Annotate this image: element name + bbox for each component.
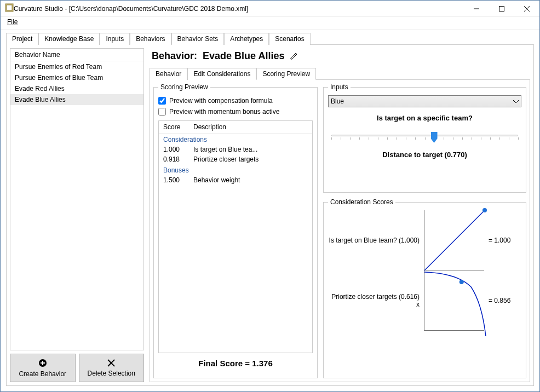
consideration-scores-group: Consideration Scores Is target on Blue t… [323,198,526,378]
close-button[interactable] [514,1,539,17]
delete-selection-label: Delete Selection [88,370,135,377]
behavior-name: Evade Blue Allies [203,50,284,62]
svg-point-12 [482,208,487,212]
sub-tabs: BehaviorEdit ConsiderationsScoring Previ… [150,67,530,80]
inputs-legend: Inputs [328,83,351,91]
tab-behaviors[interactable]: Behaviors [130,33,171,45]
question-team: Is target on a specific team? [328,114,521,122]
create-behavior-button[interactable]: Create Behavior [10,354,76,382]
compensation-label: Preview with compensation formula [169,97,273,105]
list-item[interactable]: Pursue Enemies of Red Team [10,61,143,72]
team-dropdown-value: Blue [331,97,344,105]
titlebar: Curvature Studio - [C:\Users\donap\Docum… [1,1,539,17]
final-score: Final Score = 1.376 [158,353,313,373]
main-tabs: ProjectKnowledge BaseInputsBehaviorsBeha… [6,32,534,45]
behavior-label: Behavior: [152,50,197,62]
compensation-checkbox[interactable] [158,97,166,105]
distance-slider[interactable] [331,129,518,144]
x-icon [107,359,115,368]
tab-archetypes[interactable]: Archetypes [224,33,269,45]
section-considerations: Considerations [159,134,312,145]
subtab-edit-considerations[interactable]: Edit Considerations [187,68,256,80]
col-score: Score [163,123,193,131]
tab-project[interactable]: Project [6,33,38,45]
team-dropdown[interactable]: Blue [328,95,521,107]
consideration-value: = 1.000 [489,237,521,244]
maximize-button[interactable] [489,1,514,17]
svg-rect-3 [499,6,504,11]
svg-line-11 [296,53,297,54]
minimize-button[interactable] [464,1,489,17]
list-item[interactable]: Evade Blue Allies [10,94,143,105]
consideration-score-row: Priortize closer targets (0.616) x= 0.85… [328,270,521,331]
svg-rect-1 [7,5,12,10]
tab-behavior-sets[interactable]: Behavior Sets [171,33,225,45]
window-title: Curvature Studio - [C:\Users\donap\Docum… [14,5,464,13]
create-behavior-label: Create Behavior [19,370,66,378]
slider-thumb[interactable] [431,132,438,143]
scoring-preview-legend: Scoring Preview [158,83,210,91]
consideration-label: Priortize closer targets (0.616) x [328,293,420,308]
consideration-value: = 0.856 [489,297,521,304]
chevron-down-icon [513,97,519,105]
momentum-checkbox[interactable] [158,108,166,116]
table-row: 0.918Priortize closer targets [159,154,312,164]
table-row: 1.000Is target on Blue tea... [159,145,312,154]
tab-knowledge-base[interactable]: Knowledge Base [38,33,100,45]
col-desc: Description [193,123,226,131]
consideration-label: Is target on Blue team? (1.000) [328,237,420,244]
consideration-scores-legend: Consideration Scores [328,198,395,206]
menu-file[interactable]: File [5,17,20,27]
edit-pencil-icon[interactable] [290,51,300,61]
subtab-scoring-preview[interactable]: Scoring Preview [256,68,316,80]
consideration-chart [424,270,484,331]
inputs-group: Inputs Blue Is target on a specific team… [323,83,526,193]
list-item[interactable]: Evade Red Allies [10,83,143,94]
list-item[interactable]: Pursue Enemies of Blue Team [10,72,143,83]
plus-circle-icon [38,359,47,369]
behavior-list-header: Behavior Name [10,49,143,61]
section-bonuses: Bonuses [159,164,312,175]
app-icon [5,3,14,14]
consideration-score-row: Is target on Blue team? (1.000)= 1.000 [328,210,521,270]
consideration-chart [424,210,484,270]
subtab-behavior[interactable]: Behavior [150,68,187,80]
delete-selection-button[interactable]: Delete Selection [79,354,145,382]
table-row: 1.500Behavior weight [159,175,312,185]
score-table: Score Description Considerations 1.000Is… [158,120,313,353]
svg-point-13 [459,280,464,284]
tab-inputs[interactable]: Inputs [100,33,130,45]
scoring-preview-group: Scoring Preview Preview with compensatio… [153,83,318,378]
behavior-listbox[interactable]: Behavior Name Pursue Enemies of Red Team… [10,48,144,350]
menubar: File [1,17,539,30]
tab-scenarios[interactable]: Scenarios [269,33,310,45]
momentum-label: Preview with momentum bonus active [169,108,279,116]
question-distance: Distance to target (0.770) [328,151,521,159]
